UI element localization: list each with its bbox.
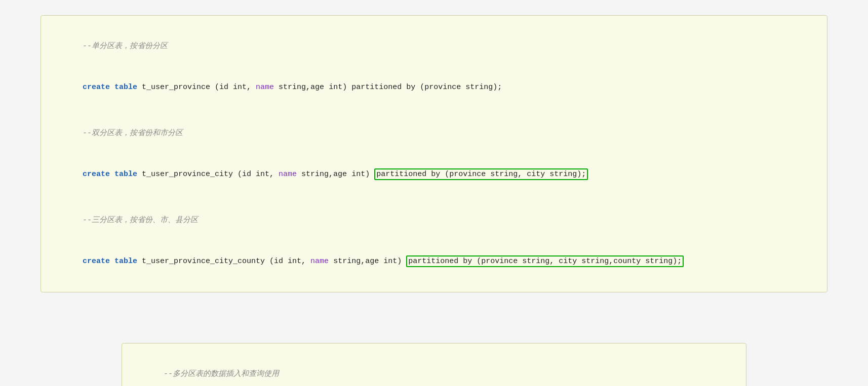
create-table-line-2: create table t_user_province_city (id in… xyxy=(55,154,813,195)
table-rest-1: string,age int) partitioned by (province… xyxy=(274,83,502,92)
col-name-1: name xyxy=(256,83,274,92)
table-rest-3: string,age int) xyxy=(329,257,406,266)
highlight-partitioned-3: partitioned by (province string, city st… xyxy=(406,255,684,267)
spacer-1 xyxy=(55,108,813,113)
col-name-2: name xyxy=(279,170,297,179)
comment-dml: --多分区表的数据插入和查询使用 xyxy=(136,354,732,386)
create-table-line-3: create table t_user_province_city_county… xyxy=(55,241,813,282)
keyword-create-table-2: create table xyxy=(83,170,137,179)
table-rest-2: string,age int) xyxy=(297,170,374,179)
comment-single-partition: --单分区表，按省份分区 xyxy=(55,26,813,67)
table-name-1: t_user_province (id int, xyxy=(137,83,256,92)
create-table-line-1: create table t_user_province (id int, na… xyxy=(55,67,813,108)
highlight-partitioned-2: partitioned by (province string, city st… xyxy=(374,168,588,180)
spacer-2 xyxy=(55,195,813,200)
comment-double-partition: --双分区表，按省份和市分区 xyxy=(55,113,813,154)
keyword-create-table-1: create table xyxy=(83,83,137,92)
highlight-text-2: partitioned by (province string, city st… xyxy=(376,170,586,179)
keyword-create-table-3: create table xyxy=(83,257,137,266)
comment-text-2: --双分区表，按省份和市分区 xyxy=(83,129,183,138)
block-spacer xyxy=(20,308,848,328)
comment-text-dml: --多分区表的数据插入和查询使用 xyxy=(164,370,279,378)
table-name-2: t_user_province_city (id int, xyxy=(137,170,279,179)
table-name-3: t_user_province_city_county (id int, xyxy=(137,257,310,266)
comment-text-1: --单分区表，按省份分区 xyxy=(83,42,168,51)
comment-triple-partition: --三分区表，按省份、市、县分区 xyxy=(55,200,813,241)
page-wrapper: --单分区表，按省份分区 create table t_user_provinc… xyxy=(0,0,868,386)
highlight-text-3: partitioned by (province string, city st… xyxy=(408,257,682,266)
code-block-dml: --多分区表的数据插入和查询使用 load data local inpath … xyxy=(122,343,746,386)
code-block-tables: --单分区表，按省份分区 create table t_user_provinc… xyxy=(41,15,827,292)
comment-text-3: --三分区表，按省份、市、县分区 xyxy=(83,216,198,225)
col-name-3: name xyxy=(310,257,329,266)
